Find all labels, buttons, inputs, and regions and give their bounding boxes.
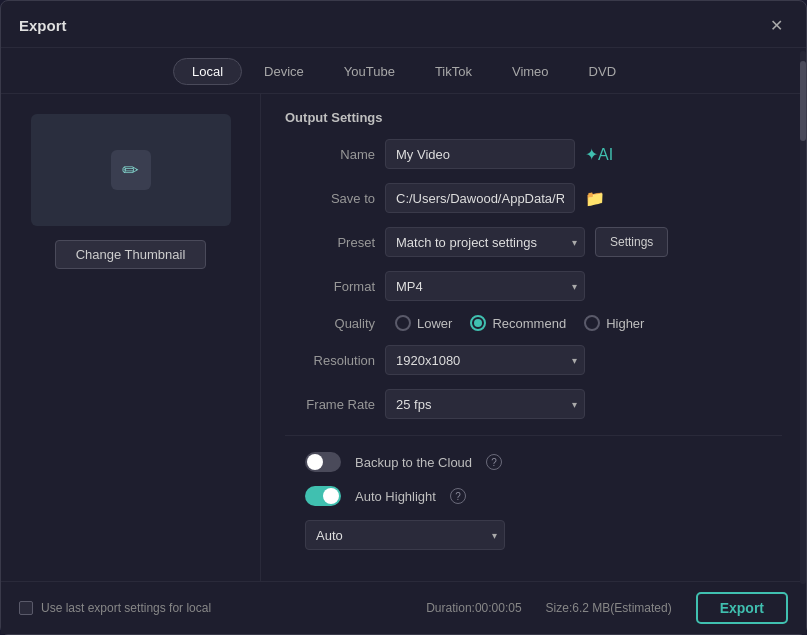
use-last-label: Use last export settings for local <box>41 601 211 615</box>
backup-label: Backup to the Cloud <box>355 455 472 470</box>
name-input[interactable] <box>385 139 575 169</box>
tabs-bar: Local Device YouTube TikTok Vimeo DVD <box>1 48 806 94</box>
backup-toggle-knob <box>307 454 323 470</box>
quality-higher[interactable]: Higher <box>584 315 644 331</box>
thumbnail-preview: ✏ <box>31 114 231 226</box>
quality-recommend-label: Recommend <box>492 316 566 331</box>
preset-label: Preset <box>285 235 375 250</box>
resolution-label: Resolution <box>285 353 375 368</box>
highlight-toggle[interactable] <box>305 486 341 506</box>
export-dialog: Export ✕ Local Device YouTube TikTok Vim… <box>0 0 807 635</box>
name-row: Name ✦AI <box>285 139 782 169</box>
tab-dvd[interactable]: DVD <box>571 59 634 84</box>
format-label: Format <box>285 279 375 294</box>
framerate-label: Frame Rate <box>285 397 375 412</box>
scrollbar-track[interactable] <box>800 94 806 581</box>
ai-rename-button[interactable]: ✦AI <box>585 145 613 164</box>
quality-row: Quality Lower Recommend Higher <box>285 315 782 331</box>
save-to-input[interactable] <box>385 183 575 213</box>
quality-higher-radio[interactable] <box>584 315 600 331</box>
resolution-select[interactable]: 1920x1080 1280x720 3840x2160 <box>385 345 585 375</box>
quality-lower-radio[interactable] <box>395 315 411 331</box>
format-select[interactable]: MP4 AVI MOV MKV GIF <box>385 271 585 301</box>
tab-device[interactable]: Device <box>246 59 322 84</box>
quality-recommend-dot <box>474 319 482 327</box>
tab-vimeo[interactable]: Vimeo <box>494 59 567 84</box>
preset-select[interactable]: Match to project settings Custom <box>385 227 585 257</box>
close-button[interactable]: ✕ <box>764 13 788 37</box>
title-bar: Export ✕ <box>1 1 806 48</box>
backup-toggle[interactable] <box>305 452 341 472</box>
auto-select[interactable]: Auto Manual <box>305 520 505 550</box>
auto-select-wrap: Auto Manual ▾ <box>305 520 782 550</box>
save-to-label: Save to <box>285 191 375 206</box>
footer-info: Duration:00:00:05 Size:6.2 MB(Estimated)… <box>426 592 788 624</box>
use-last-wrap: Use last export settings for local <box>19 601 211 615</box>
quality-lower-label: Lower <box>417 316 452 331</box>
backup-help-icon[interactable]: ? <box>486 454 502 470</box>
right-panel: Output Settings Name ✦AI Save to 📁 Prese… <box>261 94 806 581</box>
output-settings-title: Output Settings <box>285 110 782 125</box>
toggle-section: Backup to the Cloud ? Auto Highlight ? A… <box>285 452 782 570</box>
preset-select-wrap: Match to project settings Custom ▾ <box>385 227 585 257</box>
content-area: ✏ Change Thumbnail Output Settings Name … <box>1 94 806 581</box>
folder-browse-button[interactable]: 📁 <box>585 189 605 208</box>
format-select-wrap: MP4 AVI MOV MKV GIF ▾ <box>385 271 585 301</box>
dialog-title: Export <box>19 17 67 34</box>
folder-icon: 📁 <box>585 190 605 207</box>
highlight-toggle-row: Auto Highlight ? <box>285 486 782 506</box>
divider <box>285 435 782 436</box>
quality-higher-label: Higher <box>606 316 644 331</box>
format-row: Format MP4 AVI MOV MKV GIF ▾ <box>285 271 782 301</box>
highlight-toggle-knob <box>323 488 339 504</box>
tab-local[interactable]: Local <box>173 58 242 85</box>
export-button[interactable]: Export <box>696 592 788 624</box>
name-label: Name <box>285 147 375 162</box>
framerate-select-wrap: 25 fps 30 fps 60 fps 24 fps ▾ <box>385 389 585 419</box>
framerate-row: Frame Rate 25 fps 30 fps 60 fps 24 fps ▾ <box>285 389 782 419</box>
size-info: Size:6.2 MB(Estimated) <box>546 601 672 615</box>
quality-lower[interactable]: Lower <box>395 315 452 331</box>
quality-radio-group: Lower Recommend Higher <box>395 315 644 331</box>
thumbnail-icon: ✏ <box>111 150 151 190</box>
resolution-select-wrap: 1920x1080 1280x720 3840x2160 ▾ <box>385 345 585 375</box>
footer: Use last export settings for local Durat… <box>1 581 806 634</box>
framerate-select[interactable]: 25 fps 30 fps 60 fps 24 fps <box>385 389 585 419</box>
save-to-row: Save to 📁 <box>285 183 782 213</box>
highlight-label: Auto Highlight <box>355 489 436 504</box>
quality-label: Quality <box>285 316 375 331</box>
tab-youtube[interactable]: YouTube <box>326 59 413 84</box>
auto-select-outer: Auto Manual ▾ <box>305 520 505 550</box>
edit-icon: ✏ <box>122 158 139 182</box>
tab-tiktok[interactable]: TikTok <box>417 59 490 84</box>
quality-recommend-radio[interactable] <box>470 315 486 331</box>
left-panel: ✏ Change Thumbnail <box>1 94 261 581</box>
scrollbar-thumb[interactable] <box>800 94 806 141</box>
preset-row: Preset Match to project settings Custom … <box>285 227 782 257</box>
highlight-help-icon[interactable]: ? <box>450 488 466 504</box>
use-last-checkbox[interactable] <box>19 601 33 615</box>
change-thumbnail-button[interactable]: Change Thumbnail <box>55 240 207 269</box>
settings-button[interactable]: Settings <box>595 227 668 257</box>
duration-info: Duration:00:00:05 <box>426 601 521 615</box>
quality-recommend[interactable]: Recommend <box>470 315 566 331</box>
backup-toggle-row: Backup to the Cloud ? <box>285 452 782 472</box>
resolution-row: Resolution 1920x1080 1280x720 3840x2160 … <box>285 345 782 375</box>
